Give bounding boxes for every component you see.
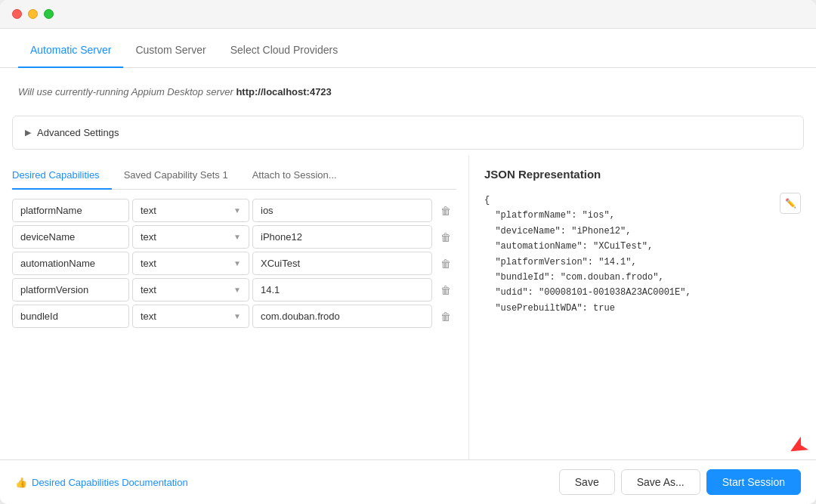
app-window: Automatic Server Custom Server Select Cl…	[0, 0, 816, 504]
advanced-settings-label: Advanced Settings	[37, 127, 119, 138]
footer: 👍 Desired Capabilities Documentation Sav…	[0, 459, 816, 504]
tab-automatic-server[interactable]: Automatic Server	[18, 33, 123, 68]
json-representation-title: JSON Representation	[484, 168, 801, 181]
cap-delete-button-3[interactable]: 🗑	[435, 280, 456, 301]
chevron-down-icon: ▼	[233, 312, 241, 320]
close-button[interactable]	[12, 9, 22, 19]
tab-cloud-providers[interactable]: Select Cloud Providers	[218, 33, 350, 68]
cap-name-input-1[interactable]	[12, 225, 129, 249]
capability-row-platform-name: text ▼ 🗑	[12, 199, 456, 222]
traffic-lights	[12, 9, 54, 19]
cap-delete-button-2[interactable]: 🗑	[435, 253, 456, 274]
cap-type-select-3[interactable]: text ▼	[132, 278, 249, 301]
cap-name-input-2[interactable]	[12, 252, 129, 275]
cap-type-select-1[interactable]: text ▼	[132, 225, 249, 249]
server-tabs: Automatic Server Custom Server Select Cl…	[0, 29, 816, 68]
cap-value-input-3[interactable]	[252, 278, 432, 301]
chevron-right-icon: ▶	[25, 128, 31, 138]
capability-row-device-name: text ▼ 🗑	[12, 225, 456, 249]
cap-name-input-4[interactable]	[12, 305, 129, 328]
cap-value-input-1[interactable]	[252, 225, 432, 249]
minimize-button[interactable]	[28, 9, 38, 19]
capability-row-bundle-id: text ▼ 🗑	[12, 305, 456, 328]
cap-name-input-0[interactable]	[12, 199, 129, 222]
chevron-down-icon: ▼	[233, 206, 241, 215]
save-as-button[interactable]: Save As...	[621, 469, 700, 495]
tab-saved-capability-sets[interactable]: Saved Capability Sets 1	[112, 162, 240, 190]
cap-delete-button-1[interactable]: 🗑	[435, 227, 456, 248]
advanced-settings-section[interactable]: ▶ Advanced Settings	[12, 116, 804, 150]
cap-type-select-2[interactable]: text ▼	[132, 252, 249, 275]
cap-delete-button-0[interactable]: 🗑	[435, 200, 456, 221]
tab-desired-capabilities[interactable]: Desired Capabilities	[12, 162, 112, 190]
footer-buttons: Save Save As... ➤ Start Session	[559, 469, 801, 495]
cap-value-input-4[interactable]	[252, 305, 432, 328]
right-panel: JSON Representation { "platformName": "i…	[468, 156, 816, 459]
tab-custom-server[interactable]: Custom Server	[123, 33, 218, 68]
cap-value-input-2[interactable]	[252, 252, 432, 275]
chevron-down-icon: ▼	[233, 286, 241, 294]
json-edit-button[interactable]: ✏️	[780, 193, 801, 214]
json-wrapper: { "platformName": "ios", "deviceName": "…	[484, 193, 801, 316]
cap-type-select-4[interactable]: text ▼	[132, 305, 249, 328]
capability-tabs: Desired Capabilities Saved Capability Se…	[12, 156, 456, 190]
title-bar	[0, 0, 816, 29]
start-session-button[interactable]: Start Session	[706, 469, 801, 495]
main-content: Desired Capabilities Saved Capability Se…	[0, 156, 816, 459]
tab-attach-session[interactable]: Attach to Session...	[240, 162, 349, 190]
doc-link-label: Desired Capabilities Documentation	[32, 477, 188, 488]
json-content: { "platformName": "ios", "deviceName": "…	[484, 193, 801, 316]
save-button[interactable]: Save	[559, 469, 615, 495]
cap-type-select-0[interactable]: text ▼	[132, 199, 249, 222]
cap-value-input-0[interactable]	[252, 199, 432, 222]
capability-row-platform-version: text ▼ 🗑	[12, 278, 456, 301]
server-info: Will use currently-running Appium Deskto…	[0, 68, 816, 110]
capability-row-automation-name: text ▼ 🗑	[12, 252, 456, 275]
documentation-link[interactable]: 👍 Desired Capabilities Documentation	[15, 477, 188, 488]
cap-delete-button-4[interactable]: 🗑	[435, 306, 456, 327]
cap-name-input-3[interactable]	[12, 278, 129, 301]
chevron-down-icon: ▼	[233, 233, 241, 241]
start-session-container: ➤ Start Session	[706, 469, 801, 495]
chevron-down-icon: ▼	[233, 259, 241, 267]
capability-rows-container: text ▼ 🗑 text ▼ 🗑	[12, 199, 456, 459]
maximize-button[interactable]	[44, 9, 54, 19]
left-panel: Desired Capabilities Saved Capability Se…	[0, 156, 468, 459]
doc-link-icon: 👍	[15, 477, 27, 488]
